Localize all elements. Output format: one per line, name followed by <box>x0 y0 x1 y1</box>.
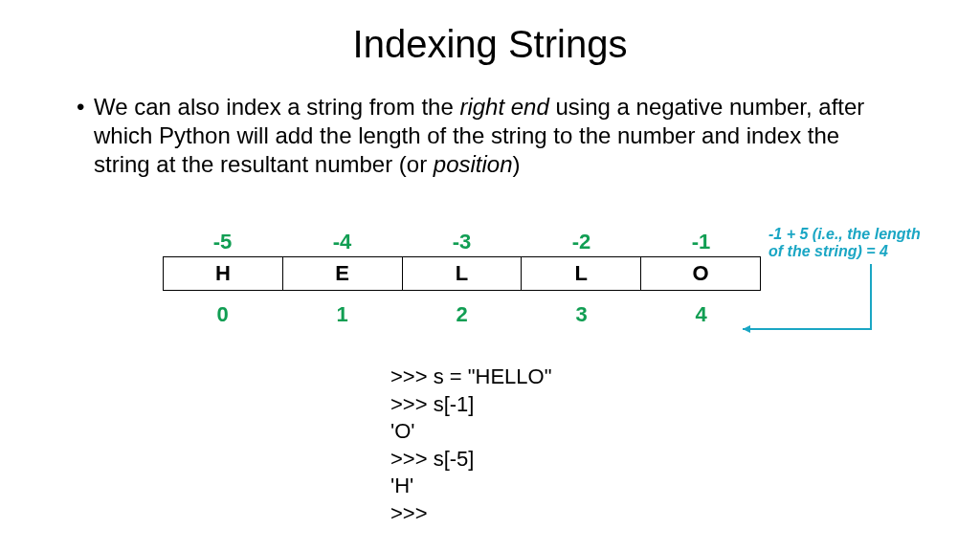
bullet-text-post: ) <box>513 151 521 177</box>
annotation-text: -1 + 5 (i.e., the length of the string) … <box>768 226 960 261</box>
neg-index: -1 <box>641 230 761 254</box>
pos-index: 3 <box>522 302 641 327</box>
code-line: >>> s[-5] <box>390 446 552 474</box>
pos-index: 1 <box>282 302 402 327</box>
neg-index: -2 <box>522 230 641 254</box>
annotation-line1: -1 + 5 (i.e., the length <box>768 226 921 242</box>
code-line: 'H' <box>390 473 552 500</box>
pos-index: 2 <box>402 302 522 327</box>
bullet-item: • We can also index a string from the ri… <box>0 93 980 179</box>
char-cell: L <box>402 256 523 291</box>
code-line: >>> <box>390 500 552 528</box>
negative-index-row: -5 -4 -3 -2 -1 <box>163 230 761 254</box>
code-block: >>> s = "HELLO" >>> s[-1] 'O' >>> s[-5] … <box>390 364 552 528</box>
char-cell: O <box>640 256 761 291</box>
annotation-line2: of the string) = 4 <box>768 243 888 259</box>
code-line: >>> s = "HELLO" <box>390 364 552 391</box>
code-line: 'O' <box>390 418 552 446</box>
bullet-text-pre: We can also index a string from the <box>94 94 459 120</box>
page-title: Indexing Strings <box>0 0 980 93</box>
string-index-diagram: -5 -4 -3 -2 -1 H E L L O 0 1 2 3 4 <box>163 230 761 327</box>
code-line: >>> s[-1] <box>390 391 552 419</box>
neg-index: -3 <box>402 230 522 254</box>
bullet-em1: right end <box>459 94 548 120</box>
char-cell: H <box>163 256 283 291</box>
pos-index: 0 <box>163 302 282 327</box>
positive-index-row: 0 1 2 3 4 <box>163 302 761 327</box>
char-cell: L <box>521 256 641 291</box>
char-table-row: H E L L O <box>163 256 761 291</box>
char-cell: E <box>282 256 403 291</box>
bullet-dot: • <box>77 93 84 121</box>
bullet-em2: position <box>434 151 513 177</box>
neg-index: -4 <box>282 230 402 254</box>
pos-index: 4 <box>641 302 761 327</box>
neg-index: -5 <box>163 230 282 254</box>
